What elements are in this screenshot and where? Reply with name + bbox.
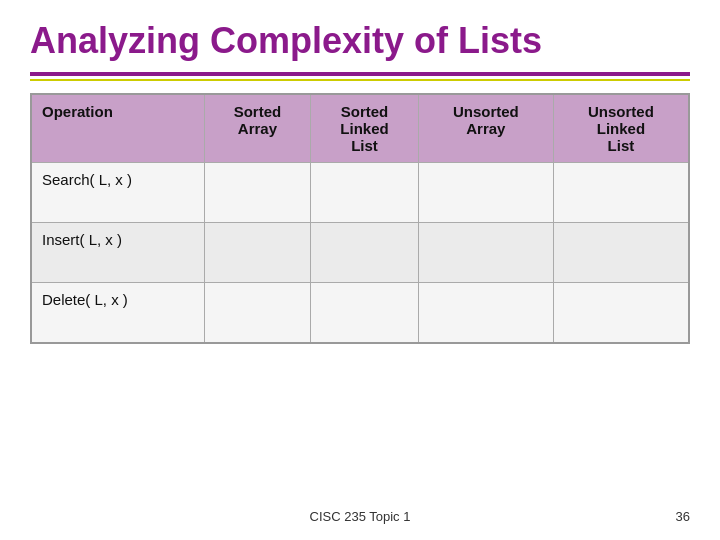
divider-bottom: [30, 79, 690, 81]
col-header-unsorted-array: UnsortedArray: [418, 94, 553, 163]
row-search-unsorted-linked: [553, 163, 689, 223]
col-header-operation: Operation: [31, 94, 204, 163]
col-header-sorted-linked-list: SortedLinkedList: [311, 94, 419, 163]
row-insert-sorted-linked: [311, 223, 419, 283]
footer: CISC 235 Topic 1 36: [30, 503, 690, 530]
row-search-sorted-linked: [311, 163, 419, 223]
row-insert-operation: Insert( L, x ): [31, 223, 204, 283]
row-insert-unsorted-linked: [553, 223, 689, 283]
row-search-sorted-array: [204, 163, 310, 223]
table-row: Delete( L, x ): [31, 283, 689, 343]
row-insert-sorted-array: [204, 223, 310, 283]
complexity-table: Operation SortedArray SortedLinkedList U…: [30, 93, 690, 344]
table-header-row: Operation SortedArray SortedLinkedList U…: [31, 94, 689, 163]
page-container: Analyzing Complexity of Lists Operation …: [0, 0, 720, 540]
row-insert-unsorted-array: [418, 223, 553, 283]
page-title: Analyzing Complexity of Lists: [30, 20, 690, 62]
table-row: Insert( L, x ): [31, 223, 689, 283]
footer-label: CISC 235 Topic 1: [310, 509, 411, 524]
col-header-unsorted-linked-list: UnsortedLinkedList: [553, 94, 689, 163]
table-wrapper: Operation SortedArray SortedLinkedList U…: [30, 93, 690, 503]
row-search-unsorted-array: [418, 163, 553, 223]
row-delete-operation: Delete( L, x ): [31, 283, 204, 343]
divider-top: [30, 72, 690, 76]
row-delete-sorted-array: [204, 283, 310, 343]
row-delete-unsorted-linked: [553, 283, 689, 343]
row-delete-unsorted-array: [418, 283, 553, 343]
col-header-sorted-array: SortedArray: [204, 94, 310, 163]
row-search-operation: Search( L, x ): [31, 163, 204, 223]
row-delete-sorted-linked: [311, 283, 419, 343]
table-row: Search( L, x ): [31, 163, 689, 223]
page-number: 36: [676, 509, 690, 524]
